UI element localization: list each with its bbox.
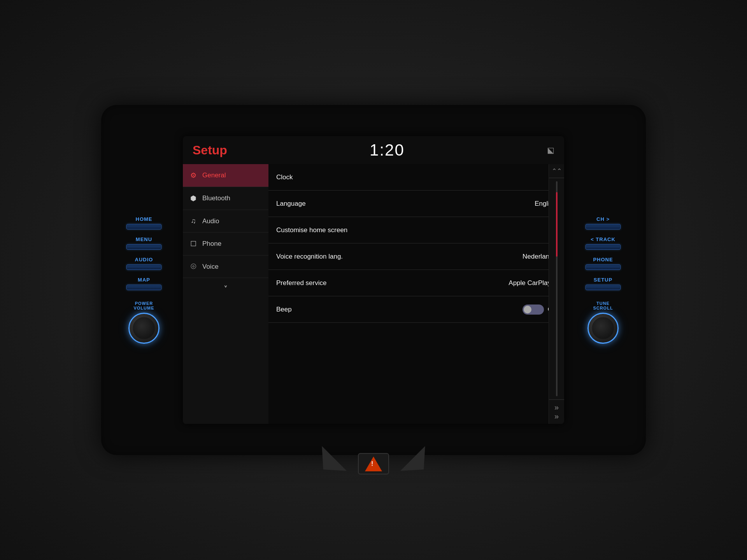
ch-label: CH > xyxy=(596,216,610,222)
audio-menu-label: Audio xyxy=(202,217,219,225)
phone-menu-label: Phone xyxy=(202,240,221,248)
setup-button[interactable]: SETUP xyxy=(586,277,621,290)
sidebar-item-audio[interactable]: ♫ Audio xyxy=(183,210,268,233)
setup-bar[interactable] xyxy=(586,285,621,290)
phone-icon: ☐ xyxy=(189,240,198,248)
sidebar-item-phone[interactable]: ☐ Phone xyxy=(183,233,268,256)
general-label: General xyxy=(202,172,226,179)
audio-button[interactable]: AUDIO xyxy=(126,257,161,270)
language-label: Language xyxy=(276,200,306,208)
scroll-track xyxy=(556,181,558,396)
settings-item-language[interactable]: Language English xyxy=(268,191,564,217)
screen-header: Setup 1:20 ⬕ xyxy=(183,136,564,164)
left-controls: HOME MENU AUDIO MAP POWERVOLUME xyxy=(117,216,171,344)
scrollbar: ⌃⌃ »» xyxy=(549,164,564,424)
menu-button[interactable]: MENU xyxy=(126,236,161,250)
track-label: < TRACK xyxy=(591,236,615,242)
settings-item-beep[interactable]: Beep Off xyxy=(268,296,564,323)
scroll-down-button[interactable]: »» xyxy=(549,399,565,424)
voice-menu-label: Voice xyxy=(202,263,219,271)
screen-title: Setup xyxy=(193,143,227,158)
sidebar-item-bluetooth[interactable]: ⬢ Bluetooth xyxy=(183,187,268,210)
ch-button[interactable]: CH > xyxy=(586,216,621,229)
home-label: HOME xyxy=(136,216,153,222)
ch-bar[interactable] xyxy=(586,224,621,229)
customise-label: Customise home screen xyxy=(276,226,347,234)
bluetooth-icon: ⬢ xyxy=(189,194,198,203)
sidebar-item-general[interactable]: ⚙ General xyxy=(183,164,268,187)
bluetooth-label: Bluetooth xyxy=(202,194,230,202)
right-controls: CH > < TRACK PHONE SETUP TUNESCROLL xyxy=(576,216,630,344)
setup-label: SETUP xyxy=(594,277,612,283)
tune-scroll-knob[interactable] xyxy=(587,313,619,344)
phone-button[interactable]: PHONE xyxy=(586,257,621,270)
map-button[interactable]: MAP xyxy=(126,277,161,290)
screen-clock: 1:20 xyxy=(370,141,405,159)
power-volume-knob[interactable] xyxy=(128,313,160,344)
phone-label: PHONE xyxy=(593,257,613,262)
audio-label: AUDIO xyxy=(135,257,153,262)
audio-bar[interactable] xyxy=(126,264,161,270)
screen-content: ⚙ General ⬢ Bluetooth ♫ Audio ☐ Phone xyxy=(183,164,564,424)
settings-item-customise[interactable]: Customise home screen xyxy=(268,217,564,243)
settings-item-preferred-service[interactable]: Preferred service Apple CarPlay ˅ xyxy=(268,270,564,296)
hazard-button[interactable]: ! xyxy=(358,453,389,474)
track-bar[interactable] xyxy=(586,244,621,250)
voice-lang-label: Voice recognition lang. xyxy=(276,253,343,261)
home-button[interactable]: HOME xyxy=(126,216,161,229)
clock-label: Clock xyxy=(276,173,293,181)
car-unit: HOME MENU AUDIO MAP POWERVOLUME xyxy=(0,0,747,560)
phone-bar[interactable] xyxy=(586,264,621,270)
home-bar[interactable] xyxy=(126,224,161,229)
tune-scroll-section: TUNESCROLL xyxy=(587,301,619,344)
beep-toggle[interactable] xyxy=(523,304,544,315)
panel-housing: HOME MENU AUDIO MAP POWERVOLUME xyxy=(101,105,646,455)
settings-item-voice-lang[interactable]: Voice recognition lang. Nederlands xyxy=(268,243,564,270)
sidebar-menu: ⚙ General ⬢ Bluetooth ♫ Audio ☐ Phone xyxy=(183,164,268,424)
settings-panel: Clock Language English Customise home sc… xyxy=(268,164,564,424)
sidebar-item-voice[interactable]: ⦾ Voice xyxy=(183,256,268,278)
signal-icon: ⬕ xyxy=(547,145,554,155)
voice-icon: ⦾ xyxy=(189,262,198,271)
hazard-icon: ! xyxy=(371,460,373,467)
tune-scroll-label: TUNESCROLL xyxy=(593,301,613,310)
map-bar[interactable] xyxy=(126,285,161,290)
menu-label: MENU xyxy=(136,236,152,242)
scroll-up-button[interactable]: ⌃⌃ xyxy=(549,164,565,178)
menu-bar[interactable] xyxy=(126,244,161,250)
sidebar-more-button[interactable]: ˅ xyxy=(183,278,268,300)
track-button[interactable]: < TRACK xyxy=(586,236,621,250)
scroll-thumb xyxy=(556,192,558,257)
audio-icon: ♫ xyxy=(189,217,198,225)
preferred-service-label: Preferred service xyxy=(276,279,326,287)
chevron-down-icon: ˅ xyxy=(224,284,228,294)
settings-item-clock[interactable]: Clock xyxy=(268,164,564,191)
power-volume-section: POWERVOLUME xyxy=(128,301,160,344)
screen: Setup 1:20 ⬕ ⚙ General ⬢ Bluetooth xyxy=(183,136,564,424)
power-volume-label: POWERVOLUME xyxy=(133,301,154,310)
preferred-service-value: Apple CarPlay xyxy=(509,279,551,287)
gear-icon: ⚙ xyxy=(189,171,198,180)
beep-label: Beep xyxy=(276,306,292,313)
map-label: MAP xyxy=(138,277,150,283)
